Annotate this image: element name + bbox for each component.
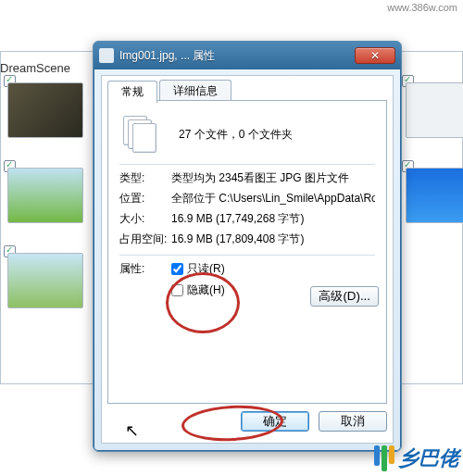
- value-size: 16.9 MB (17,749,268 字节): [171, 211, 375, 227]
- tab-details[interactable]: 详细信息: [159, 80, 232, 102]
- value-size-on-disk: 16.9 MB (17,809,408 字节): [171, 232, 375, 247]
- thumbnail[interactable]: [7, 168, 83, 223]
- label-type: 类型:: [119, 170, 171, 186]
- tab-panel-general: 27 个文件，0 个文件夹 类型:类型均为 2345看图王 JPG 图片文件 位…: [107, 100, 387, 404]
- branding-url: www.386w.com: [387, 2, 457, 13]
- value-type: 类型均为 2345看图王 JPG 图片文件: [171, 170, 375, 186]
- dialog-body: 常规 详细信息 27 个文件，0 个文件夹 类型:类型均为 2345看图王 JP…: [101, 75, 394, 444]
- annotation-circle: [166, 272, 240, 333]
- thumbnail[interactable]: [7, 253, 83, 308]
- branding-logo: [374, 445, 394, 471]
- close-icon: ✕: [370, 49, 380, 62]
- divider: [119, 255, 375, 256]
- cancel-button[interactable]: 取消: [319, 411, 387, 432]
- thumbnail[interactable]: [7, 82, 83, 138]
- dialog-title: Img001.jpg, ... 属性: [119, 48, 215, 64]
- thumbnail[interactable]: [406, 82, 463, 138]
- cursor-icon: ↖: [125, 420, 139, 441]
- divider: [119, 164, 375, 165]
- file-summary: 27 个文件，0 个文件夹: [179, 127, 293, 143]
- tab-general[interactable]: 常规: [107, 81, 157, 103]
- label-location: 位置:: [119, 191, 171, 207]
- tabstrip: 常规 详细信息: [107, 80, 233, 102]
- value-location: 全部位于 C:\Users\Lin_Smile\AppData\Roami: [171, 191, 375, 207]
- label-attributes: 属性:: [119, 261, 171, 298]
- branding-text: 乡巴佬: [398, 445, 459, 472]
- branding: 乡巴佬: [374, 445, 459, 472]
- titlebar[interactable]: Img001.jpg, ... 属性 ✕: [94, 42, 401, 69]
- advanced-button[interactable]: 高级(D)...: [310, 286, 379, 307]
- close-button[interactable]: ✕: [355, 47, 395, 64]
- label-size-on-disk: 占用空间:: [119, 232, 171, 247]
- label-size: 大小:: [119, 211, 171, 227]
- thumbnail[interactable]: [406, 168, 463, 223]
- file-icon: [99, 48, 114, 63]
- properties-dialog: Img001.jpg, ... 属性 ✕ 常规 详细信息 27 个文件，0 个文…: [93, 41, 402, 452]
- readonly-checkbox[interactable]: [171, 263, 183, 275]
- breadcrumb[interactable]: DreamScene: [0, 61, 70, 75]
- multi-file-icon: [123, 116, 158, 153]
